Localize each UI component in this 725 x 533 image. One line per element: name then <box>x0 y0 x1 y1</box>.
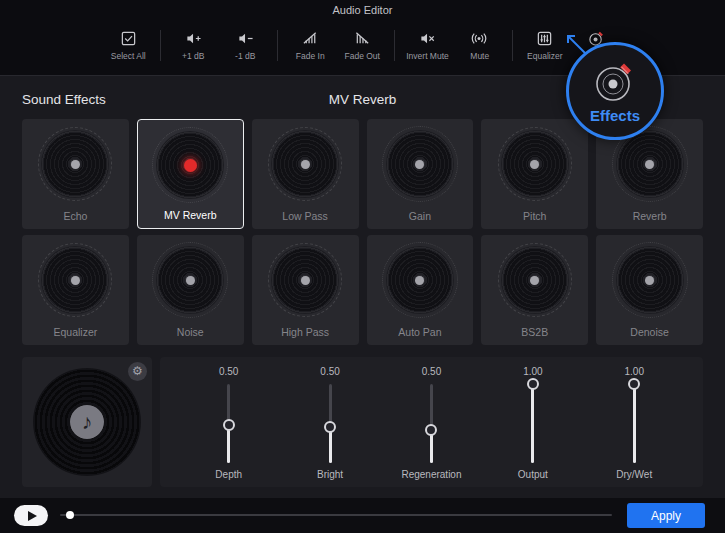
toolbar-label: Mute <box>470 51 489 61</box>
slider-track[interactable] <box>227 384 230 463</box>
apply-button[interactable]: Apply <box>627 503 705 528</box>
effect-tile-label: BS2B <box>481 326 588 338</box>
slider-fill <box>531 384 534 463</box>
toolbar-label: Fade Out <box>345 51 380 61</box>
effect-tile-label: Noise <box>137 326 244 338</box>
effect-tile-gain[interactable]: Gain <box>367 119 474 229</box>
vinyl-record-icon <box>156 131 224 199</box>
vinyl-record-icon <box>616 130 684 198</box>
vinyl-record-icon <box>41 130 109 198</box>
toolbar-group-mute: Invert Mute Mute <box>395 30 513 61</box>
effect-slider: 0.50 Regeneration <box>385 366 477 480</box>
toolbar-label: Select All <box>111 51 146 61</box>
window-title: Audio Editor <box>0 4 725 16</box>
effect-tile-pitch[interactable]: Pitch <box>481 119 588 229</box>
effects-icon-large <box>592 59 638 109</box>
effect-tile-label: Echo <box>22 210 129 222</box>
callout-pointer-line <box>556 30 596 62</box>
effect-slider: 1.00 Output <box>487 366 579 480</box>
effect-tile-label: High Pass <box>252 326 359 338</box>
invert-mute-button[interactable]: Invert Mute <box>403 30 452 61</box>
vinyl-record-icon <box>386 130 454 198</box>
toolbar-group-volume: +1 dB -1 dB <box>161 30 278 61</box>
invert-mute-icon <box>419 30 436 47</box>
effect-tile-label: Pitch <box>481 210 588 222</box>
effect-tile-noise[interactable]: Noise <box>137 235 244 345</box>
slider-value: 1.00 <box>625 366 644 377</box>
fade-in-icon <box>302 30 319 47</box>
play-button[interactable] <box>14 505 48 526</box>
effect-tile-equalizer[interactable]: Equalizer <box>22 235 129 345</box>
slider-thumb[interactable] <box>324 421 336 433</box>
effect-parameters-panel: 0.50 Depth 0.50 Bright 0.50 <box>160 357 703 487</box>
vinyl-record-icon <box>156 246 224 314</box>
section-title-sound-effects: Sound Effects <box>22 92 106 107</box>
gear-icon[interactable]: ⚙ <box>128 362 147 381</box>
volume-minus-icon <box>237 30 254 47</box>
slider-label: Dry/Wet <box>616 469 652 480</box>
slider-thumb[interactable] <box>425 424 437 436</box>
effect-tile-low-pass[interactable]: Low Pass <box>252 119 359 229</box>
slider-thumb[interactable] <box>223 419 235 431</box>
toolbar-group-select: Select All <box>96 30 161 61</box>
vinyl-record-icon <box>501 130 569 198</box>
slider-track[interactable] <box>633 384 636 463</box>
toolbar-label: Fade In <box>296 51 325 61</box>
slider-label: Output <box>518 469 548 480</box>
effect-tile-bs2b[interactable]: BS2B <box>481 235 588 345</box>
vinyl-record-icon <box>271 246 339 314</box>
slider-value: 0.50 <box>219 366 238 377</box>
toolbar-group-fade: Fade In Fade Out <box>278 30 395 61</box>
fade-out-button[interactable]: Fade Out <box>338 30 386 61</box>
slider-thumb[interactable] <box>628 378 640 390</box>
effect-tile-denoise[interactable]: Denoise <box>596 235 703 345</box>
transport-bar: Apply <box>0 498 725 533</box>
slider-track[interactable] <box>430 384 433 463</box>
effect-tile-label: MV Reverb <box>138 209 243 221</box>
callout-label: Effects <box>590 107 640 124</box>
minus-1db-button[interactable]: -1 dB <box>221 30 269 61</box>
fade-out-icon <box>354 30 371 47</box>
slider-track[interactable] <box>329 384 332 463</box>
effects-grid: Echo MV Reverb Low Pass Gain Pitch Rever… <box>22 119 703 345</box>
vinyl-record-icon <box>271 130 339 198</box>
slider-fill <box>633 384 636 463</box>
effect-tile-auto-pan[interactable]: Auto Pan <box>367 235 474 345</box>
effect-slider: 1.00 Dry/Wet <box>588 366 680 480</box>
effect-tile-mv-reverb[interactable]: MV Reverb <box>137 119 244 229</box>
effect-slider: 0.50 Depth <box>183 366 275 480</box>
effect-tile-echo[interactable]: Echo <box>22 119 129 229</box>
select-all-icon <box>120 30 137 47</box>
select-all-button[interactable]: Select All <box>104 30 152 61</box>
selected-effect-title: MV Reverb <box>329 92 397 107</box>
slider-thumb[interactable] <box>527 378 539 390</box>
audio-editor-window: Audio Editor Select All <box>0 0 725 533</box>
effect-tile-high-pass[interactable]: High Pass <box>252 235 359 345</box>
effect-tile-label: Reverb <box>596 210 703 222</box>
mute-button[interactable]: Mute <box>456 30 504 61</box>
toolbar-label: +1 dB <box>182 51 204 61</box>
vinyl-record-icon <box>501 246 569 314</box>
effect-preview-panel: ♪ ⚙ <box>22 357 152 487</box>
playback-progress-bar[interactable] <box>60 514 612 516</box>
vinyl-record-icon: ♪ <box>33 368 141 476</box>
play-icon <box>28 511 37 521</box>
toolbar-label: Invert Mute <box>406 51 449 61</box>
vinyl-record-icon <box>41 246 109 314</box>
playhead-handle[interactable] <box>66 511 74 519</box>
plus-1db-button[interactable]: +1 dB <box>169 30 217 61</box>
effect-slider: 0.50 Bright <box>284 366 376 480</box>
music-note-icon: ♪ <box>70 405 104 439</box>
fade-in-button[interactable]: Fade In <box>286 30 334 61</box>
effect-tile-label: Low Pass <box>252 210 359 222</box>
slider-label: Depth <box>215 469 242 480</box>
slider-value: 0.50 <box>422 366 441 377</box>
effect-tile-label: Auto Pan <box>367 326 474 338</box>
toolbar-label: -1 dB <box>235 51 255 61</box>
slider-track[interactable] <box>531 384 534 463</box>
vinyl-record-icon <box>386 246 454 314</box>
effect-tile-label: Denoise <box>596 326 703 338</box>
slider-label: Regeneration <box>401 469 461 480</box>
slider-value: 0.50 <box>320 366 339 377</box>
mute-icon <box>471 30 488 47</box>
